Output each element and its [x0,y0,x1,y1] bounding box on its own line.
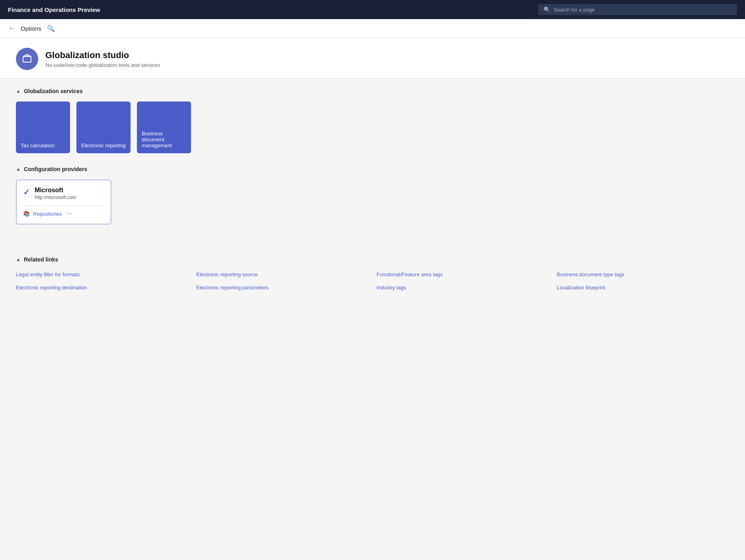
toolbar-options-label: Options [21,25,41,32]
search-icon: 🔍 [544,6,550,13]
repositories-icon: 📚 [23,211,30,217]
link-legal-entity-filter[interactable]: Legal entity filter for formats [16,270,188,279]
provider-card-microsoft[interactable]: ✓ Microsoft http://microsoft.com 📚 Repos… [16,180,111,224]
configuration-providers-header[interactable]: ▲ Configuration providers [16,166,729,172]
related-links-header[interactable]: ▲ Related links [16,256,729,263]
related-links-title: Related links [24,256,58,263]
globalization-services-section: ▲ Globalization services Tax calculation… [16,88,729,153]
main-content: Globalization studio No-code/low-code gl… [0,38,745,560]
back-button[interactable]: ← [8,24,15,33]
tile-electronic-reporting[interactable]: Electronic reporting [76,101,131,153]
configuration-providers-title: Configuration providers [24,166,87,172]
provider-card-top: ✓ Microsoft http://microsoft.com [23,187,104,200]
page-subtitle: No-code/low-code globalization tools and… [45,62,160,68]
app-title: Finance and Operations Preview [8,6,100,13]
svg-rect-0 [23,57,31,62]
related-links-grid: Legal entity filter for formats Electron… [16,270,729,293]
page-title-group: Globalization studio No-code/low-code gl… [45,50,160,68]
repositories-link[interactable]: Repositories [33,211,62,217]
page-title: Globalization studio [45,50,160,60]
provider-name: Microsoft [35,187,76,194]
link-industry-tags[interactable]: Industry tags [376,283,549,292]
link-electronic-reporting-source[interactable]: Electronic reporting source [196,270,369,279]
provider-footer: 📚 Repositories ··· [23,206,104,217]
provider-check-icon: ✓ [23,187,30,197]
toolbar-search-icon[interactable]: 🔍 [47,25,55,32]
global-search[interactable]: 🔍 Search for a page [538,4,737,15]
page-header: Globalization studio No-code/low-code gl… [0,38,745,78]
topbar: Finance and Operations Preview 🔍 Search … [0,0,745,19]
chevron-up-icon: ▲ [16,88,21,94]
link-localization-blueprint[interactable]: Localization blueprint [557,283,729,292]
tile-electronic-reporting-label: Electronic reporting [81,142,126,148]
chevron-up-icon-3: ▲ [16,257,21,262]
service-tiles-row: Tax calculation Electronic reporting Bus… [16,101,729,153]
provider-url: http://microsoft.com [35,195,76,200]
tile-tax-calculation-label: Tax calculation [21,142,65,148]
globe-icon [21,53,33,64]
tile-business-document-management-label: Business document management [142,131,186,148]
link-electronic-reporting-destination[interactable]: Electronic reporting destination [16,283,188,292]
search-placeholder: Search for a page [554,7,595,13]
chevron-up-icon-2: ▲ [16,166,21,172]
globalization-services-header[interactable]: ▲ Globalization services [16,88,729,94]
tile-tax-calculation[interactable]: Tax calculation [16,101,70,153]
toolbar: ← Options 🔍 [0,19,745,38]
link-functional-feature-area-tags[interactable]: Functional/Feature area tags [376,270,549,279]
link-business-document-type-tags[interactable]: Business document type tags [557,270,729,279]
configuration-providers-section: ▲ Configuration providers ✓ Microsoft ht… [16,166,729,224]
link-electronic-reporting-parameters[interactable]: Electronic reporting parameters [196,283,369,292]
provider-more-button[interactable]: ··· [66,210,72,217]
globalization-services-title: Globalization services [24,88,83,94]
providers-row: ✓ Microsoft http://microsoft.com 📚 Repos… [16,180,729,224]
related-links-section: ▲ Related links Legal entity filter for … [16,256,729,293]
tile-business-document-management[interactable]: Business document management [137,101,191,153]
page-icon [16,48,38,70]
provider-info: Microsoft http://microsoft.com [35,187,76,200]
